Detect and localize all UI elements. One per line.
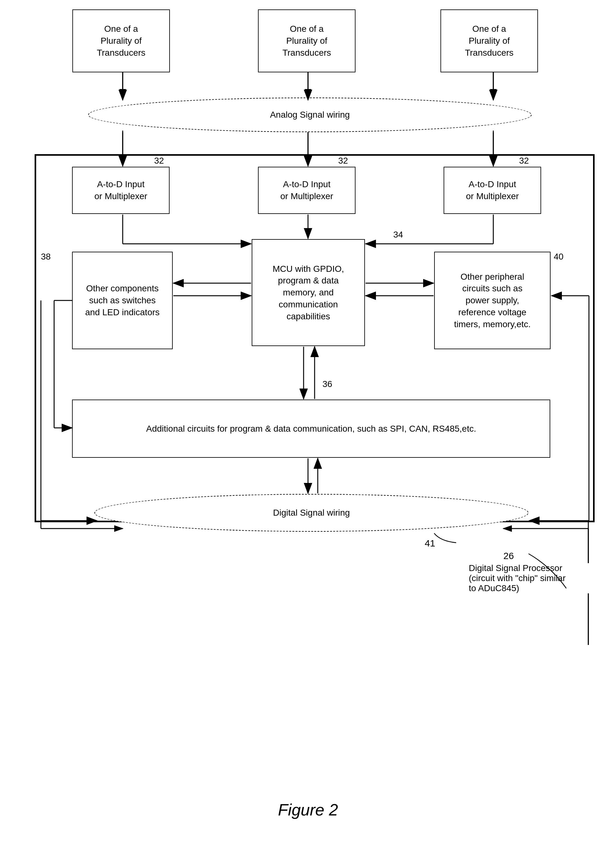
atod-box-1: A-to-D Input or Multiplexer [72,167,170,214]
atod-box-2: A-to-D Input or Multiplexer [258,167,356,214]
transducer-box-1: One of a Plurality of Transducers [72,9,170,72]
ref-32c: 32 [519,156,529,166]
atod-box-3: A-to-D Input or Multiplexer [444,167,541,214]
transducer-box-2: One of a Plurality of Transducers [258,9,356,72]
dsp-label: Digital Signal Processor (circuit with "… [469,563,607,593]
other-components-box: Other components such as switches and LE… [72,252,173,349]
diagram-container: One of a Plurality of Transducers One of… [0,0,616,857]
additional-circuits-box: Additional circuits for program & data c… [72,399,550,458]
other-peripheral-box: Other peripheral circuits such as power … [434,252,551,349]
analog-wiring-ellipse: Analog Signal wiring [88,97,532,132]
mcu-box: MCU with GPDIO, program & data memory, a… [252,239,365,346]
ref-41: 41 [425,538,435,549]
figure-title: Figure 2 [0,800,616,819]
ref-40: 40 [554,252,563,262]
ref-38: 38 [41,252,51,262]
ref-32b: 32 [338,156,348,166]
digital-wiring-ellipse: Digital Signal wiring [94,494,529,532]
transducer-box-3: One of a Plurality of Transducers [440,9,538,72]
ref-34: 34 [393,230,403,240]
ref-32a: 32 [154,156,164,166]
ref-26: 26 [503,551,514,561]
ref-36: 36 [322,379,332,389]
